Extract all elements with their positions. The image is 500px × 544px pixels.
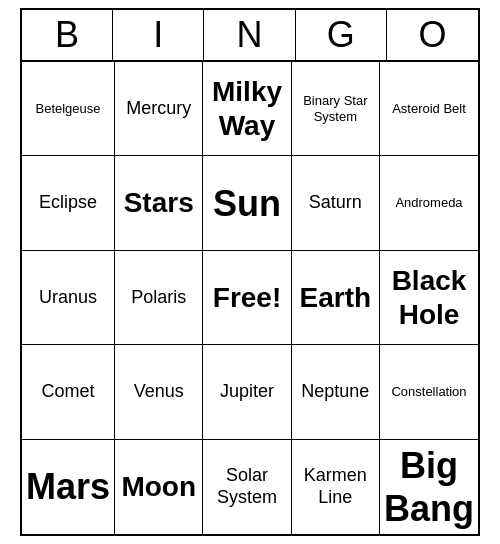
- bingo-cell-10: Uranus: [22, 251, 115, 345]
- cell-text-8: Saturn: [309, 192, 362, 214]
- bingo-cell-17: Jupiter: [203, 345, 291, 439]
- cell-text-7: Sun: [213, 182, 281, 225]
- bingo-cell-12: Free!: [203, 251, 291, 345]
- bingo-cell-15: Comet: [22, 345, 115, 439]
- cell-text-24: Big Bang: [384, 444, 474, 530]
- bingo-cell-6: Stars: [115, 156, 203, 250]
- bingo-cell-20: Mars: [22, 440, 115, 534]
- cell-text-18: Neptune: [301, 381, 369, 403]
- cell-text-15: Comet: [42, 381, 95, 403]
- bingo-cell-1: Mercury: [115, 62, 203, 156]
- cell-text-22: Solar System: [207, 465, 286, 508]
- header-letter-n: N: [204, 10, 295, 60]
- header-letter-g: G: [296, 10, 387, 60]
- bingo-cell-11: Polaris: [115, 251, 203, 345]
- bingo-grid: BetelgeuseMercuryMilky WayBinary Star Sy…: [22, 62, 478, 534]
- cell-text-11: Polaris: [131, 287, 186, 309]
- cell-text-14: Black Hole: [384, 264, 474, 331]
- cell-text-1: Mercury: [126, 98, 191, 120]
- bingo-cell-4: Asteroid Belt: [380, 62, 478, 156]
- bingo-cell-5: Eclipse: [22, 156, 115, 250]
- cell-text-6: Stars: [124, 186, 194, 220]
- cell-text-23: Karmen Line: [296, 465, 375, 508]
- bingo-cell-22: Solar System: [203, 440, 291, 534]
- cell-text-3: Binary Star System: [296, 93, 375, 124]
- bingo-header: BINGO: [22, 10, 478, 62]
- bingo-cell-0: Betelgeuse: [22, 62, 115, 156]
- bingo-cell-18: Neptune: [292, 345, 380, 439]
- cell-text-13: Earth: [300, 281, 372, 315]
- bingo-cell-13: Earth: [292, 251, 380, 345]
- cell-text-5: Eclipse: [39, 192, 97, 214]
- bingo-cell-19: Constellation: [380, 345, 478, 439]
- bingo-cell-14: Black Hole: [380, 251, 478, 345]
- bingo-cell-8: Saturn: [292, 156, 380, 250]
- cell-text-17: Jupiter: [220, 381, 274, 403]
- cell-text-20: Mars: [26, 465, 110, 508]
- cell-text-21: Moon: [121, 470, 196, 504]
- bingo-cell-2: Milky Way: [203, 62, 291, 156]
- bingo-cell-23: Karmen Line: [292, 440, 380, 534]
- cell-text-9: Andromeda: [395, 195, 462, 211]
- bingo-cell-16: Venus: [115, 345, 203, 439]
- cell-text-19: Constellation: [391, 384, 466, 400]
- bingo-cell-24: Big Bang: [380, 440, 478, 534]
- header-letter-o: O: [387, 10, 478, 60]
- bingo-cell-3: Binary Star System: [292, 62, 380, 156]
- cell-text-16: Venus: [134, 381, 184, 403]
- cell-text-4: Asteroid Belt: [392, 101, 466, 117]
- cell-text-12: Free!: [213, 281, 281, 315]
- bingo-card: BINGO BetelgeuseMercuryMilky WayBinary S…: [20, 8, 480, 536]
- cell-text-2: Milky Way: [207, 75, 286, 142]
- cell-text-0: Betelgeuse: [35, 101, 100, 117]
- header-letter-i: I: [113, 10, 204, 60]
- header-letter-b: B: [22, 10, 113, 60]
- bingo-cell-9: Andromeda: [380, 156, 478, 250]
- bingo-cell-21: Moon: [115, 440, 203, 534]
- cell-text-10: Uranus: [39, 287, 97, 309]
- bingo-cell-7: Sun: [203, 156, 291, 250]
